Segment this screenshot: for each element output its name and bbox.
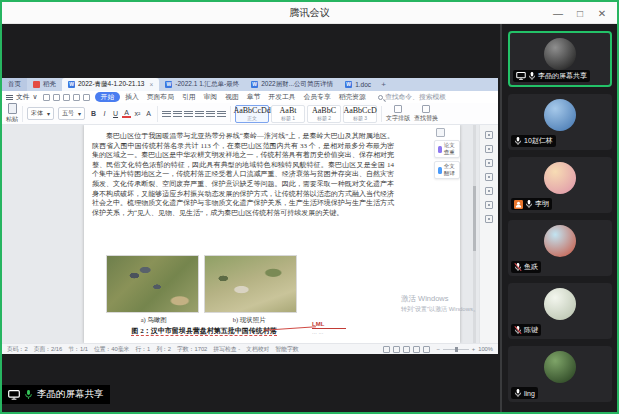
photo-captions: a) 鸟瞰图 b) 现状照片 <box>106 316 297 325</box>
site-photo <box>204 255 297 313</box>
maximize-button[interactable]: □ <box>569 2 591 24</box>
zoom-in-button[interactable]: + <box>472 346 475 352</box>
zoom-control[interactable]: − + 100% <box>436 346 493 352</box>
share-panel-icon[interactable] <box>485 131 493 139</box>
number-list-icon[interactable] <box>173 110 182 118</box>
doc-file-icon: W <box>165 81 172 88</box>
floating-tool-button[interactable]: 全文翻译 <box>434 161 460 179</box>
style-preset[interactable]: AaBbCcDd 正文 <box>235 105 269 123</box>
tab-close-icon[interactable]: × <box>150 81 154 88</box>
participant-nameplate: 李晶的屏幕共享 <box>513 70 590 82</box>
text-layout-button[interactable]: 文字排版 <box>386 105 410 123</box>
menu-item[interactable]: 审阅 <box>201 92 221 102</box>
command-search[interactable]: 查找命令、搜索模板 <box>378 92 446 102</box>
wps-document-tab[interactable]: W 2022-青藤4-1.20-21.13 × <box>62 78 159 91</box>
comment-marker[interactable]: LML ··· ··· <box>312 321 346 336</box>
text-layout-icon <box>394 105 402 113</box>
screen-share-banner: 李晶的屏幕共享 <box>2 385 110 404</box>
menu-item[interactable]: 会员专享 <box>301 92 334 102</box>
format-button[interactable]: I <box>100 110 109 117</box>
style-preset[interactable]: AaBbC 标题 2 <box>307 105 341 123</box>
participant-tile[interactable]: 陈键 <box>508 283 612 339</box>
zoom-level: 100% <box>478 346 493 352</box>
mic-icon <box>514 388 522 398</box>
find-replace-icon <box>422 105 430 113</box>
print-icon[interactable] <box>63 94 70 101</box>
comment-panel-icon[interactable] <box>485 145 493 153</box>
output-icon[interactable] <box>53 94 60 101</box>
participant-tile[interactable]: 李晶的屏幕共享 <box>508 31 612 87</box>
menu-item[interactable]: 开始 <box>95 92 121 102</box>
indent-icon[interactable] <box>195 110 204 118</box>
close-button[interactable]: ✕ <box>591 2 613 24</box>
participant-avatar <box>544 162 576 194</box>
eye-protect-icon[interactable] <box>423 346 430 353</box>
history-panel-icon[interactable] <box>485 201 493 209</box>
style-preset[interactable]: AaBbCcD 标题 3 <box>343 105 377 123</box>
format-button[interactable]: U <box>111 110 120 117</box>
file-menu[interactable]: 文件 ∨ <box>6 92 38 102</box>
participant-tile[interactable]: ling <box>508 346 612 402</box>
print-layout-icon[interactable] <box>403 346 410 353</box>
participant-tile[interactable]: 李明 <box>508 157 612 213</box>
wps-document-tab[interactable]: W 2022届财...公司简历详情 <box>245 78 339 91</box>
save-icon[interactable] <box>43 94 50 101</box>
format-button[interactable]: A <box>122 109 131 118</box>
participant-tile[interactable]: 鱼跃 <box>508 220 612 276</box>
read-layout-icon[interactable] <box>393 346 400 353</box>
align-icon[interactable] <box>206 110 215 118</box>
participant-avatar <box>544 351 576 383</box>
menu-item[interactable]: 章节 <box>244 92 264 102</box>
outline-panel-icon[interactable] <box>485 159 493 167</box>
line-spacing-icon[interactable] <box>217 110 226 118</box>
wps-document-tab[interactable]: W 1.doc <box>339 78 377 91</box>
web-layout-icon[interactable] <box>413 346 420 353</box>
comment-toggle-icon[interactable] <box>436 128 445 137</box>
wps-document-tab[interactable]: W -2022.1 1.汇总单-最终 <box>159 78 245 91</box>
zoom-out-button[interactable]: − <box>436 346 439 352</box>
style-gallery: AaBbCcDd 正文 AaBt 标题 1 AaBbC 标题 2 AaBbCcD… <box>235 105 377 123</box>
menu-item[interactable]: 插入 <box>122 92 142 102</box>
paste-button[interactable]: 粘贴 <box>6 103 18 124</box>
menu-item[interactable]: 引用 <box>179 92 199 102</box>
participant-tile[interactable]: 10赵仁林 <box>508 94 612 150</box>
find-replace-button[interactable]: 查找替换 <box>414 105 438 123</box>
menu-item[interactable]: 稻壳资源 <box>336 92 369 102</box>
floating-tool-button[interactable]: 论文查重 <box>434 140 460 158</box>
zoom-slider[interactable] <box>443 349 469 350</box>
wps-home-tab[interactable]: 首页 <box>2 78 27 91</box>
wps-docer-tab[interactable]: 稻壳 <box>27 78 62 91</box>
cloud-panel-icon[interactable] <box>485 187 493 195</box>
status-item: 列：2 <box>156 345 171 354</box>
outdent-icon[interactable] <box>184 110 193 118</box>
menu-item[interactable]: 页面布局 <box>144 92 177 102</box>
share-banner-text: 李晶的屏幕共享 <box>37 388 104 401</box>
redo-icon[interactable] <box>83 94 90 101</box>
new-tab-button[interactable]: + <box>377 78 390 91</box>
mic-icon <box>528 71 536 81</box>
style-preset[interactable]: AaBt 标题 1 <box>271 105 305 123</box>
format-button[interactable]: x² <box>133 110 142 117</box>
status-item: 节：1/1 <box>68 345 88 354</box>
screen-share-icon <box>516 72 526 80</box>
doc-file-icon: W <box>68 81 75 88</box>
full-screen-icon[interactable] <box>383 346 390 353</box>
menu-item[interactable]: 开发工具 <box>265 92 298 102</box>
undo-icon[interactable] <box>73 94 80 101</box>
help-panel-icon[interactable] <box>485 215 493 223</box>
bullet-list-icon[interactable] <box>162 110 171 118</box>
document-paragraph: 秦巴山区位于我国暖温带与北亚热带分界线“秦岭—淮河线”上，是秦岭大巴山及其附属地… <box>92 132 394 218</box>
clipboard-icon <box>8 103 17 114</box>
wps-status-bar: 页码：2页面：2/16节：1/1位置：40毫米行：1列：2字数：1702拼写检查… <box>2 343 498 354</box>
window-controls: — □ ✕ <box>547 2 613 24</box>
font-size-select[interactable]: 五号 ▾ <box>58 107 85 120</box>
minimize-button[interactable]: — <box>547 2 569 24</box>
stamp-panel-icon[interactable] <box>485 173 493 181</box>
menu-item[interactable]: 视图 <box>222 92 242 102</box>
format-button[interactable]: B <box>89 110 98 117</box>
format-button[interactable]: A <box>144 110 153 117</box>
docer-icon <box>33 81 40 88</box>
status-item: 位置：40毫米 <box>94 345 129 354</box>
font-name-select[interactable]: 宋体 ▾ <box>27 107 54 120</box>
participant-avatar <box>544 288 576 320</box>
